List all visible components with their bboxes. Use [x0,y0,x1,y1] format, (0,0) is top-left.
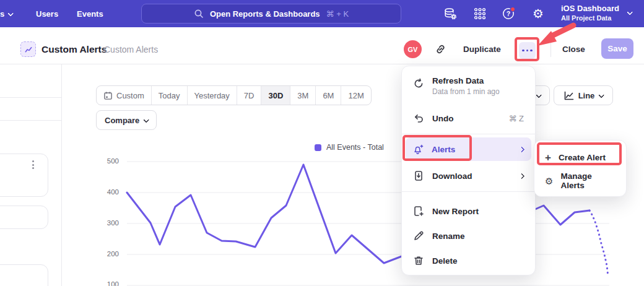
legend-label: All Events - Total [326,143,384,152]
help-button[interactable]: ? [502,6,516,21]
project-name: iOS Dashboard [561,3,619,14]
submenu-label: Create Alert [559,153,606,162]
more-options-menu: Refresh Data Data from 1 min ago Undo ⌘ … [401,66,536,275]
menu-item-refresh-data[interactable]: Refresh Data Data from 1 min ago [402,72,535,106]
nav-overflow-label: s [0,9,4,19]
range-custom[interactable]: Custom [97,86,152,105]
breadcrumb: Custom Alerts [104,45,158,54]
submenu-item-create-alert[interactable]: + Create Alert [534,145,626,169]
range-30d-selected[interactable]: 30D [261,86,290,105]
alerts-submenu: + Create Alert ⚙ Manage Alerts [534,140,627,197]
page-title: Custom Alerts [41,44,107,55]
sidebar-divider [0,97,62,98]
menu-separator [402,191,535,192]
menu-label: Undo [432,114,500,123]
sidebar-divider [0,120,62,121]
grid-dots-icon [473,7,487,20]
line-chart-icon [564,90,574,101]
menu-item-rename[interactable]: Rename [402,223,535,248]
gear-icon: ⚙ [545,176,553,186]
search-icon [194,9,204,19]
database-gear-icon [443,7,458,21]
menu-item-download[interactable]: Download [402,163,535,188]
range-label: 6M [323,91,334,100]
range-label: Today [159,91,180,100]
range-today[interactable]: Today [152,86,188,105]
menu-item-undo[interactable]: Undo ⌘ Z [402,106,535,131]
query-card[interactable] [0,206,48,229]
undo-shortcut: ⌘ Z [508,114,524,123]
refresh-icon [413,78,424,89]
close-button[interactable]: Close [562,45,585,54]
query-card[interactable] [0,264,48,286]
range-3m[interactable]: 3M [290,86,316,105]
chevron-down-icon [627,9,633,15]
y-axis-tick: 100 [99,280,119,286]
compare-label: Compare [105,116,139,125]
chevron-down-icon [7,10,14,16]
menu-label: Rename [432,232,465,241]
range-label: 12M [348,91,363,100]
new-report-icon [413,206,424,217]
range-12m[interactable]: 12M [341,86,370,105]
query-card[interactable] [0,154,48,197]
menu-item-new-report[interactable]: New Report [402,199,535,223]
svg-text:?: ? [507,10,510,17]
menu-label: Delete [432,256,458,266]
range-6m[interactable]: 6M [316,86,341,105]
top-navbar: s Users Events Open Reports & Dashboards… [0,0,644,27]
global-search-button[interactable]: Open Reports & Dashboards ⌘ + K [141,4,401,24]
gear-icon: ⚙ [533,7,544,20]
download-icon [413,170,424,181]
nav-label: Users [36,9,58,19]
more-options-button[interactable] [519,42,536,59]
report-type-icon [20,41,36,57]
duplicate-button[interactable]: Duplicate [463,45,501,54]
copy-link-button[interactable] [435,43,446,58]
nav-item-users[interactable]: Users [36,0,58,27]
save-button[interactable]: Save [601,38,633,59]
date-range-control: Custom Today Yesterday 7D 30D 3M 6M 12M [96,85,372,105]
refresh-subtitle: Data from 1 min ago [432,87,500,96]
search-label: Open Reports & Dashboards [210,9,320,19]
submenu-item-manage-alerts[interactable]: ⚙ Manage Alerts [534,169,626,193]
project-selector[interactable]: iOS Dashboard All Project Data [561,3,619,22]
settings-button[interactable]: ⚙ [531,6,546,21]
link-icon [435,43,446,55]
query-builder-sidebar [0,64,62,286]
range-yesterday[interactable]: Yesterday [188,86,237,105]
notification-dot [510,7,515,11]
mini-line-chart-icon [24,45,33,54]
range-label: Custom [116,91,144,100]
chart-series-dotted [590,210,608,277]
legend-swatch [315,144,321,151]
pencil-icon [413,230,424,241]
calendar-icon [103,91,113,100]
nav-label: Events [77,9,103,19]
menu-item-delete[interactable]: Delete [402,248,535,273]
nav-item-overflow[interactable]: s [0,0,12,27]
compare-button[interactable]: Compare [96,110,157,130]
range-7d[interactable]: 7D [237,86,262,105]
menu-label: Download [432,171,511,181]
avatar[interactable]: GV [404,40,422,58]
chart-type-button[interactable]: Line [554,85,613,105]
help-icon: ? [502,6,516,21]
chart-legend[interactable]: All Events - Total [315,143,384,152]
menu-label: Alerts [432,145,511,154]
search-shortcut: ⌘ + K [326,9,349,19]
apps-grid-button[interactable] [472,6,487,21]
nav-item-events[interactable]: Events [77,0,103,27]
data-management-button[interactable] [443,6,458,21]
chevron-right-icon [519,173,525,179]
project-scope: All Project Data [561,14,619,22]
chevron-down-icon [599,92,605,98]
bell-plus-icon [413,144,424,155]
kebab-menu-icon[interactable] [32,160,34,169]
trash-icon [413,255,424,266]
submenu-label: Manage Alerts [560,171,616,190]
header-divider [550,40,551,57]
app-window: 500 400 300 200 100 All Events - Total C… [0,0,644,286]
range-label: Yesterday [194,91,230,100]
menu-item-alerts[interactable]: Alerts [406,137,531,161]
